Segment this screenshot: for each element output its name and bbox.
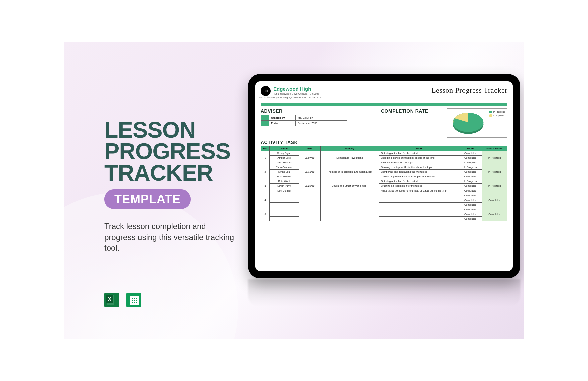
table-row: Lynne LeeComparing and contrasting the t… [261, 170, 507, 174]
promo-left: LESSON PROGRESS TRACKER TEMPLATE Track l… [64, 42, 241, 339]
spreadsheet-screen: LOGO Edgewood High 4358 Jadewood Drive C… [255, 81, 513, 271]
cell: Completed [459, 217, 482, 221]
adviser-table: Created byMs. Gill Allen PeriodSeptember… [261, 115, 347, 126]
cell [379, 217, 459, 221]
table-row: Amber SotoCollecting stories of influent… [261, 156, 507, 160]
col-group: Group Status [482, 146, 507, 151]
cell: Edwin Perry [270, 184, 299, 188]
cell: Completed [459, 174, 482, 179]
cell [270, 212, 299, 217]
cell: In Progress [459, 160, 482, 165]
cell: Drawing a metaphor illustration about th… [379, 165, 459, 170]
school-name: Edgewood High [273, 86, 321, 92]
table-row: Marc ThomasPass an analysis on the topic… [261, 160, 507, 165]
cell: Completed [459, 170, 482, 174]
cell: Pass an analysis on the topic [379, 160, 459, 165]
col-tasks: Tasks [379, 146, 459, 151]
table-row: 5CompletedCompleted [261, 207, 507, 212]
excel-icon [104, 293, 119, 307]
cell: Completed [459, 207, 482, 212]
cell [270, 198, 299, 203]
cell: Outlining a timeline for the period [379, 179, 459, 184]
cell [299, 193, 321, 207]
cell: Comparing and contrasting the two topics [379, 170, 459, 174]
cell: 09/07/50 [299, 151, 321, 165]
table-row: 4CompletedCompleted [261, 193, 507, 198]
logo-icon: LOGO [261, 86, 271, 96]
title-line: PROGRESS [104, 140, 241, 162]
cell [299, 207, 321, 221]
cell: Ellis Newton [270, 174, 299, 179]
label: Period [269, 121, 296, 126]
table-header-row: No. Name Date Activity Tasks Status Grou… [261, 146, 507, 151]
cell [321, 193, 379, 207]
cell: Kate Ward [270, 179, 299, 184]
page-title: Lesson Progress Tracker [431, 86, 507, 95]
table-row: 2Ryan Coleman09/18/50The Rise of Imperia… [261, 165, 507, 170]
cell: 1 [261, 151, 270, 165]
cell: 4 [261, 193, 270, 207]
cell: Don Conner [270, 188, 299, 193]
pie-chart-box: In Progress Completed [447, 108, 507, 138]
col-date: Date [299, 146, 321, 151]
cell [270, 217, 299, 221]
completion-heading: COMPLETION RATE [381, 108, 428, 114]
pie-chart [449, 110, 487, 136]
tablet-reflection [248, 279, 520, 306]
cell: Completed [459, 184, 482, 188]
cell: 2 [261, 165, 270, 179]
cell: 09/18/50 [299, 165, 321, 179]
cell: Creating a presentation for the topics [379, 184, 459, 188]
empty-row [261, 221, 507, 226]
table-row: Completed [261, 198, 507, 203]
cell: In Progress [459, 165, 482, 170]
cell [379, 193, 459, 198]
cell: 09/29/50 [299, 179, 321, 193]
cell: Make digital portfolios for the head of … [379, 188, 459, 193]
cell: 5 [261, 207, 270, 221]
table-row: Ellis NewtonCreating a presentation on e… [261, 174, 507, 179]
cell: Completed [482, 193, 507, 207]
sheet-header: LOGO Edgewood High 4358 Jadewood Drive C… [261, 86, 507, 100]
cell: Completed [459, 188, 482, 193]
table-row: Completed [261, 217, 507, 221]
cell: Ryan Coleman [270, 165, 299, 170]
legend-item: In Progress [493, 110, 505, 114]
value: Ms. Gill Allen [296, 115, 347, 121]
table-row: Edwin PerryCreating a presentation for t… [261, 184, 507, 188]
cell: Casey Bryan [270, 151, 299, 156]
cell [321, 207, 379, 221]
activity-table: No. Name Date Activity Tasks Status Grou… [261, 146, 507, 221]
divider-bar [261, 103, 507, 106]
cell: 3 [261, 179, 270, 193]
table-row: 1Casey Bryan09/07/50Democratic Revolutio… [261, 151, 507, 156]
label: Created by [269, 115, 296, 121]
cell: Marc Thomas [270, 160, 299, 165]
value: September 2050 [296, 121, 347, 126]
cell: In Progress [482, 151, 507, 165]
title-line: TRACKER [104, 162, 241, 184]
cell: Completed [459, 151, 482, 156]
cell: In Progress [482, 179, 507, 193]
cell: In Progress [459, 179, 482, 184]
col-activity: Activity [321, 146, 379, 151]
cell: In Progress [482, 165, 507, 179]
cell: Democratic Revolutions [321, 151, 379, 165]
cell: Completed [459, 156, 482, 160]
google-sheets-icon [126, 293, 141, 307]
cell: Collecting stories of influential people… [379, 156, 459, 160]
adviser-section: ADVISER Created byMs. Gill Allen PeriodS… [261, 108, 368, 126]
tablet-device: LOGO Edgewood High 4358 Jadewood Drive C… [248, 74, 520, 278]
cell [379, 212, 459, 217]
col-name: Name [270, 146, 299, 151]
legend-item: Completed [493, 114, 504, 117]
promo-title: LESSON PROGRESS TRACKER [104, 119, 241, 184]
adviser-heading: ADVISER [261, 108, 368, 114]
cell: Outlining a timeline for the period [379, 151, 459, 156]
cell: Amber Soto [270, 156, 299, 160]
col-status: Status [459, 146, 482, 151]
title-line: LESSON [104, 119, 241, 141]
table-row: Completed [261, 203, 507, 207]
cell [270, 207, 299, 212]
cell: Completed [459, 203, 482, 207]
